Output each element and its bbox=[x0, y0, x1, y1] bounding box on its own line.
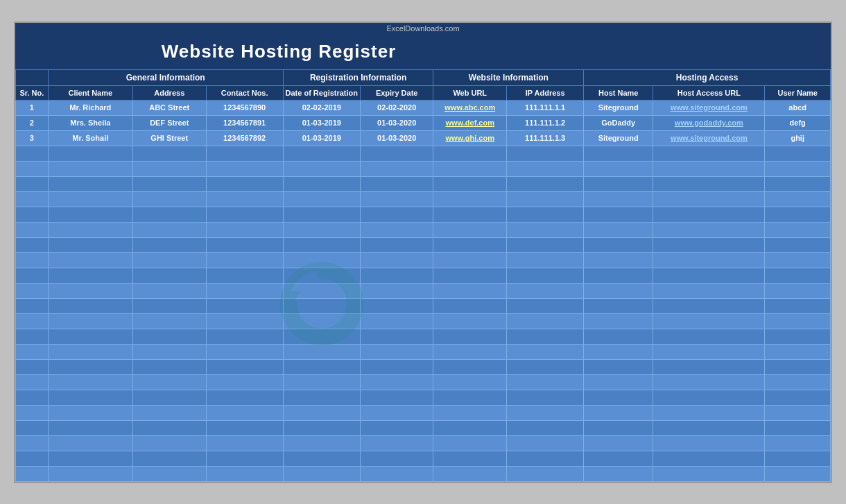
table-row-empty bbox=[16, 207, 831, 222]
table-body: 1Mr. RichardABC Street123456789002-02-20… bbox=[16, 100, 831, 481]
table-row-empty bbox=[16, 451, 831, 466]
table-row: 3Mr. SohailGHI Street123456789201-03-201… bbox=[16, 130, 831, 146]
table-row-empty bbox=[16, 283, 831, 298]
table-row-empty bbox=[16, 344, 831, 359]
col-sr: Sr. No. bbox=[16, 85, 49, 100]
table-row-empty bbox=[16, 420, 831, 435]
table-row: 1Mr. RichardABC Street123456789002-02-20… bbox=[16, 100, 831, 115]
col-address: Address bbox=[132, 85, 206, 100]
col-user: User Name bbox=[765, 85, 831, 100]
col-host: Host Name bbox=[584, 85, 653, 100]
table-row-empty bbox=[16, 374, 831, 390]
table-row-empty bbox=[16, 268, 831, 283]
site-label: ExcelDownloads.com bbox=[386, 24, 459, 33]
col-contact: Contact Nos. bbox=[206, 85, 283, 100]
general-info-header: General Information bbox=[48, 69, 283, 85]
table-row-empty bbox=[16, 313, 831, 329]
col-dor: Date of Registration bbox=[283, 85, 360, 100]
table-row-empty bbox=[16, 252, 831, 268]
col-ip: IP Address bbox=[507, 85, 584, 100]
table-row-empty bbox=[16, 176, 831, 191]
title-side bbox=[542, 34, 831, 69]
column-header-row: Sr. No. Client Name Address Contact Nos.… bbox=[16, 85, 831, 100]
col-client: Client Name bbox=[48, 85, 132, 100]
table-row-empty bbox=[16, 222, 831, 237]
table-row-empty bbox=[16, 435, 831, 451]
group-header-row: General Information Registration Informa… bbox=[16, 69, 831, 85]
col-hosturl: Host Access URL bbox=[653, 85, 765, 100]
table-row-empty bbox=[16, 298, 831, 313]
page-title: Website Hosting Register bbox=[15, 41, 542, 62]
col-weburl: Web URL bbox=[433, 85, 507, 100]
top-bar: ExcelDownloads.com bbox=[15, 23, 831, 34]
title-section: Website Hosting Register bbox=[15, 34, 542, 69]
table-row-empty bbox=[16, 146, 831, 161]
table-row-empty bbox=[16, 405, 831, 420]
table-row-empty bbox=[16, 466, 831, 481]
sr-group bbox=[16, 69, 49, 85]
registration-info-header: Registration Information bbox=[283, 69, 433, 85]
website-info-header: Website Information bbox=[433, 69, 584, 85]
table-row-empty bbox=[16, 390, 831, 405]
register-table: General Information Registration Informa… bbox=[15, 69, 831, 482]
watermark-cell bbox=[283, 298, 360, 313]
col-expiry: Expiry Date bbox=[360, 85, 433, 100]
table-row: 2Mrs. SheilaDEF Street123456789101-03-20… bbox=[16, 115, 831, 130]
table-row-empty bbox=[16, 191, 831, 207]
hosting-access-header: Hosting Access bbox=[584, 69, 831, 85]
table-row-empty bbox=[16, 161, 831, 176]
table-row-empty bbox=[16, 237, 831, 252]
spreadsheet-container: ExcelDownloads.com Website Hosting Regis… bbox=[14, 21, 832, 483]
table-row-empty bbox=[16, 359, 831, 374]
table-row-empty bbox=[16, 329, 831, 344]
